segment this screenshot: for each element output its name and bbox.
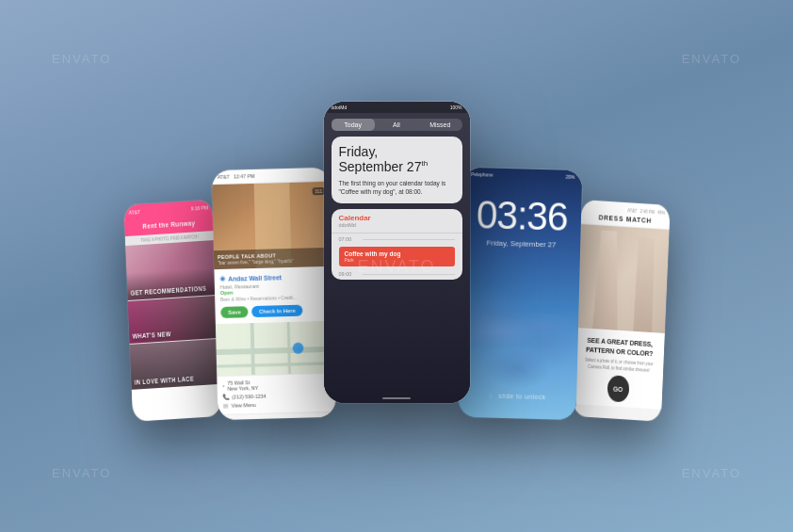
phone-3-tabs: Today All Missed	[332, 119, 462, 131]
phone-3-cal-title: Calendar	[339, 214, 455, 222]
svg-line-4	[288, 322, 289, 374]
phone-2-time: 12:47 PM	[233, 172, 254, 179]
phone-3-time-label-900: 09:00	[339, 271, 363, 277]
phone-3-battery: 100%	[450, 105, 462, 110]
phone-5-screen: AT&T 2:48 PM 46% DRESS MATCH SEE A GREAT…	[572, 200, 670, 422]
phone-4-time: 03:36	[461, 194, 581, 236]
phone-1-card3-label: IN LOVE WITH LACE	[134, 375, 194, 385]
phone-3-tab-missed[interactable]: Missed	[418, 119, 461, 131]
phone-3-time-line-900	[363, 274, 455, 275]
phone-3: ódotMd 100% Today All Missed Friday,Sept…	[324, 102, 470, 403]
phone-1: AT&T 9:16 PM Rent the Runway TAKE A PHOT…	[123, 200, 221, 422]
phone-2-avatar	[223, 418, 236, 420]
phone-3-date-day: Friday,September 27th	[339, 144, 455, 176]
phone-3-calendar-section: Calendar ódotMd 07:00 Coffee with my dog…	[332, 209, 462, 280]
phone-1-card-recommendations[interactable]: GET RECOMMENDATIONS	[125, 240, 217, 300]
phone-3-notif-text: The first thing on your calendar today i…	[339, 179, 455, 196]
phone-3-time-line-700	[363, 239, 455, 240]
phone-3-screen: ódotMd 100% Today All Missed Friday,Sept…	[324, 102, 470, 403]
phone-5-photo	[575, 224, 669, 333]
phone-3-cal-header: Calendar ódotMd	[332, 209, 462, 234]
phone-3-notif-card: Friday,September 27th The first thing on…	[332, 137, 462, 204]
phone-3-home-indicator	[382, 397, 411, 399]
phone-1-carrier: AT&T	[128, 209, 139, 216]
phone-2-checkin-button[interactable]: Check In Here	[251, 304, 302, 316]
phone-5: AT&T 2:48 PM 46% DRESS MATCH SEE A GREAT…	[572, 200, 670, 422]
phone-3-tab-today[interactable]: Today	[332, 119, 375, 131]
phone-1-screen: AT&T 9:16 PM Rent the Runway TAKE A PHOT…	[123, 200, 221, 422]
phone-3-event: Coffee with my dog Park	[339, 247, 455, 266]
phone-3-time-700: 07:00	[332, 234, 462, 245]
watermark-tl: envato	[52, 52, 111, 66]
phone-1-time: 9:16 PM	[190, 204, 208, 211]
phone-3-carrier: ódotMd	[332, 105, 348, 110]
phone-3-date-sup: th	[421, 160, 428, 169]
phone-4-screen: Pelephone 20% 03:36 Friday, September 27…	[457, 167, 581, 419]
phone-1-app-title: Rent the Runway	[129, 218, 209, 231]
phone-2-photo: 311 PEOPLE TALK ABOUT "bar seven five," …	[212, 181, 332, 268]
phone-1-card-whatsnew[interactable]: WHAT'S NEW	[127, 295, 218, 343]
phone-2-venue-info: ◉ Andaz Wall Street Hotel, Restaurant Op…	[214, 266, 333, 323]
phone-4-carrier: Pelephone	[471, 170, 493, 177]
phone-1-card-lace[interactable]: IN LOVE WITH LACE	[129, 338, 219, 389]
phone-2-carrier: AT&T	[217, 173, 229, 179]
phone-2-wrap: AT&T 12:47 PM 311 PEOPLE TALK ABOUT "bar…	[202, 168, 324, 417]
phone-4-battery: 20%	[565, 173, 575, 179]
phone-4-statusbar: Pelephone 20%	[463, 167, 582, 183]
phone-5-wrap: AT&T 2:48 PM 46% DRESS MATCH SEE A GREAT…	[592, 201, 701, 417]
watermark-tr: envato	[682, 52, 741, 66]
watermark-br: envato	[682, 466, 741, 480]
phone-2-action-buttons: Save Check In Here	[220, 303, 328, 317]
phone-2-save-button[interactable]: Save	[220, 306, 248, 318]
phone-2-venue-name: Andaz Wall Street	[228, 273, 282, 282]
phone-2-address-line1: 75 Wall St	[227, 379, 258, 385]
phone-4: Pelephone 20% 03:36 Friday, September 27…	[457, 167, 581, 419]
phone-3-cal-subtitle: ódotMd	[339, 222, 455, 228]
phone-5-carrier: AT&T	[627, 207, 637, 214]
phone-3-time-900: 09:00	[332, 268, 462, 280]
phone-2-map	[215, 320, 334, 375]
phone-1-wrap: AT&T 9:16 PM Rent the Runway TAKE A PHOT…	[93, 201, 202, 417]
phone-2-map-svg	[215, 320, 334, 375]
phone-2-address: ▪ 75 Wall St New York, NY 📞 (212) 590-12…	[217, 372, 336, 413]
phone-2-screen: AT&T 12:47 PM 311 PEOPLE TALK ABOUT "bar…	[211, 167, 335, 419]
phone-3-wrap: ódotMd 100% Today All Missed Friday,Sept…	[324, 116, 470, 417]
watermark-bl: envato	[52, 466, 111, 480]
phone-3-event-sub: Park	[345, 257, 449, 263]
phone-3-time-label-700: 07:00	[339, 236, 363, 242]
phones-container: AT&T 9:16 PM Rent the Runway TAKE A PHOT…	[93, 116, 701, 417]
phone-3-tab-all[interactable]: All	[375, 119, 418, 131]
phone-3-event-title: Coffee with my dog	[345, 250, 449, 257]
phone-3-statusbar: ódotMd 100%	[324, 102, 470, 113]
phone-5-app-title: DRESS MATCH	[585, 212, 665, 225]
phone-5-cta-title: SEE A GREAT DRESS, PATTERN OR COLOR?	[579, 335, 659, 359]
phone-2-photo-overlay: PEOPLE TALK ABOUT "bar seven five," "lar…	[213, 247, 332, 268]
phone-5-go-button[interactable]: GO	[607, 375, 629, 402]
phone-4-wrap: Pelephone 20% 03:36 Friday, September 27…	[470, 168, 592, 417]
phone-2: AT&T 12:47 PM 311 PEOPLE TALK ABOUT "bar…	[211, 167, 335, 419]
phone-5-cta: SEE A GREAT DRESS, PATTERN OR COLOR? Sel…	[573, 327, 665, 409]
